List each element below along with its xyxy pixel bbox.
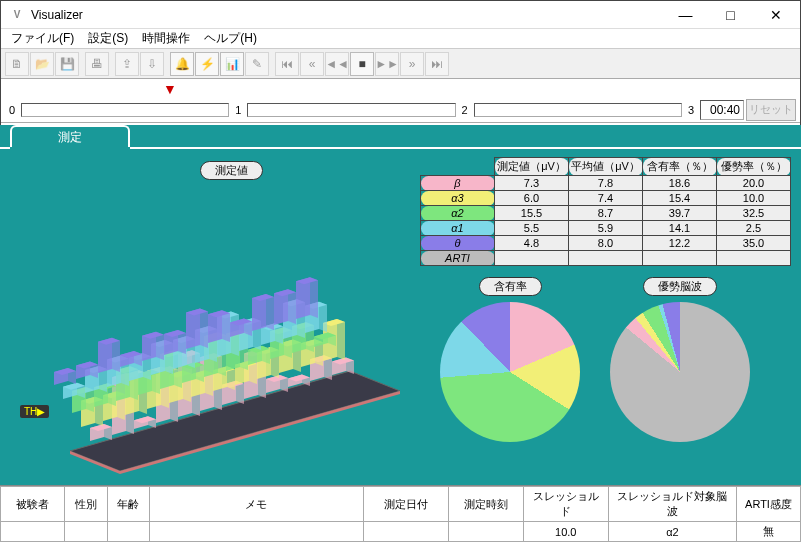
info-header: スレッショルド対象脳波 [608,487,736,522]
info-value [363,522,448,542]
new-file-icon[interactable]: 🗎 [5,52,29,76]
table-cell: 7.3 [495,176,569,191]
info-value: α2 [608,522,736,542]
tab-measure[interactable]: 測定 [10,125,130,147]
table-header: 優勢率（％） [717,158,791,176]
open-folder-icon[interactable]: 📂 [30,52,54,76]
band-cell: α1 [421,221,495,236]
band-cell: ARTI [421,251,495,266]
save-icon[interactable]: 💾 [55,52,79,76]
table-cell: 2.5 [717,221,791,236]
timeline-label-2: 2 [458,104,472,116]
table-cell [569,251,643,266]
band-cell: β [421,176,495,191]
tab-label: 測定 [58,129,82,146]
timeline-slider[interactable] [21,103,229,117]
info-header: 測定日付 [363,487,448,522]
toolbar: 🗎 📂 💾 🖶 ⇪ ⇩ 🔔 ⚡ 📊 ✎ ⏮ « ◄◄ ■ ►► » ⏭ [1,49,800,79]
step-fwd-icon[interactable]: ►► [375,52,399,76]
info-table: 被験者性別年齢メモ測定日付測定時刻スレッショルドスレッショルド対象脳波ARTI感… [0,486,801,542]
timeline-label-1: 1 [231,104,245,116]
print-icon[interactable]: 🖶 [85,52,109,76]
table-cell [717,251,791,266]
info-header: スレッショルド [523,487,608,522]
menu-time-ops[interactable]: 時間操作 [136,28,196,49]
bar3d-chart: TH▶ [20,241,420,476]
info-header: 年齢 [107,487,150,522]
pie-content-rate [440,302,580,442]
menu-help[interactable]: ヘルプ(H) [198,28,263,49]
minimize-button[interactable]: — [663,2,708,28]
marker-icon[interactable]: ▼ [163,81,177,97]
reset-button[interactable]: リセット [746,99,796,121]
edit-icon[interactable]: ✎ [245,52,269,76]
table-cell: 18.6 [643,176,717,191]
pie-dominant-wrap: 優勢脳波 [610,277,750,442]
info-value: 10.0 [523,522,608,542]
svg-marker-166 [200,308,208,348]
rewind-icon[interactable]: « [300,52,324,76]
info-panel: 被験者性別年齢メモ測定日付測定時刻スレッショルドスレッショルド対象脳波ARTI感… [0,485,801,542]
table-cell: 6.0 [495,191,569,206]
table-cell: 7.4 [569,191,643,206]
svg-marker-73 [337,319,345,360]
label-measurement-value: 測定値 [200,161,263,180]
timeline-label-3: 3 [684,104,698,116]
table-cell: 39.7 [643,206,717,221]
info-value [1,522,65,542]
stop-icon[interactable]: ■ [350,52,374,76]
skip-last-icon[interactable]: ⏭ [425,52,449,76]
menu-settings[interactable]: 設定(S) [82,28,134,49]
table-cell: 12.2 [643,236,717,251]
close-button[interactable]: ✕ [753,2,798,28]
band-cell: θ [421,236,495,251]
band-cell: α3 [421,191,495,206]
svg-marker-181 [310,277,318,318]
table-cell: 14.1 [643,221,717,236]
window-title: Visualizer [31,8,663,22]
bell-icon[interactable]: 🔔 [170,52,194,76]
label-content-rate: 含有率 [479,277,542,296]
table-header: 含有率（％） [643,158,717,176]
info-value: 無 [736,522,800,542]
table-cell: 8.7 [569,206,643,221]
import-icon[interactable]: ⇩ [140,52,164,76]
table-cell [643,251,717,266]
table-cell: 5.9 [569,221,643,236]
time-display: 00:40 [700,100,744,120]
table-cell: 15.4 [643,191,717,206]
info-header: 測定時刻 [448,487,523,522]
title-bar: V Visualizer — □ ✕ [1,1,800,29]
band-data-table: 測定値（μV）平均値（μV）含有率（％）優勢率（％） β7.37.818.620… [420,157,791,266]
table-header: 測定値（μV） [495,158,569,176]
info-header: ARTI感度 [736,487,800,522]
maximize-button[interactable]: □ [708,2,753,28]
timeline-row: 0 1 2 3 00:40 リセット [1,97,800,123]
table-header: 平均値（μV） [569,158,643,176]
info-value [107,522,150,542]
app-icon: V [9,7,25,23]
ffwd-icon[interactable]: » [400,52,424,76]
step-back-icon[interactable]: ◄◄ [325,52,349,76]
table-cell: 8.0 [569,236,643,251]
export-icon[interactable]: ⇪ [115,52,139,76]
timeline-slider[interactable] [247,103,455,117]
main-panel: 測定 測定値 測定値（μV）平均値（μV）含有率（％）優勢率（％） β7.37.… [0,125,801,485]
skip-first-icon[interactable]: ⏮ [275,52,299,76]
flash-icon[interactable]: ⚡ [195,52,219,76]
table-cell: 20.0 [717,176,791,191]
chart-icon[interactable]: 📊 [220,52,244,76]
menu-file[interactable]: ファイル(F) [5,28,80,49]
label-dominant-wave: 優勢脳波 [643,277,717,296]
marker-strip: ▼ [1,79,800,97]
table-cell [495,251,569,266]
timeline-slider[interactable] [474,103,682,117]
table-cell: 10.0 [717,191,791,206]
info-value [448,522,523,542]
info-value [150,522,363,542]
menu-bar: ファイル(F) 設定(S) 時間操作 ヘルプ(H) [1,29,800,49]
svg-marker-154 [112,338,120,372]
table-cell: 7.8 [569,176,643,191]
pie-content-rate-wrap: 含有率 [440,277,580,442]
svg-marker-178 [288,289,296,324]
